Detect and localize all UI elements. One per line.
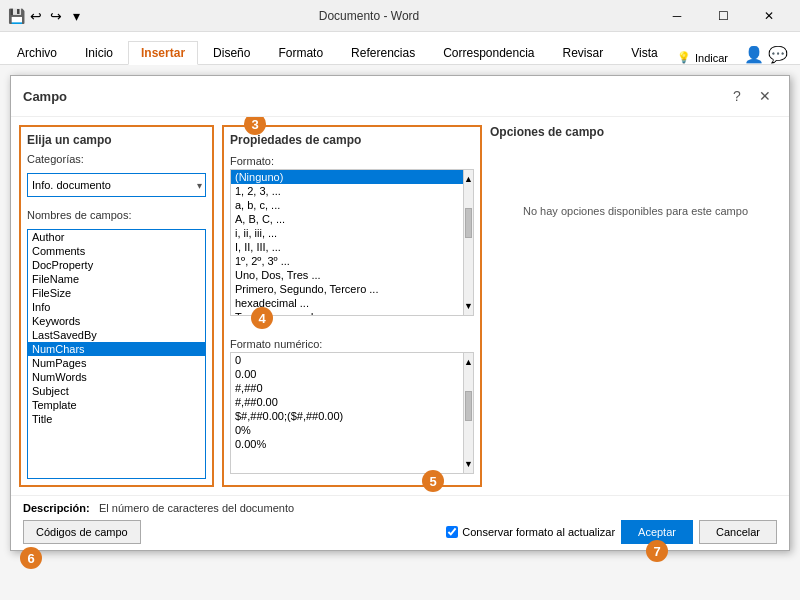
- action-buttons: Conservar formato al actualizar 7 Acepta…: [446, 520, 777, 544]
- tab-vista[interactable]: Vista: [618, 41, 670, 64]
- format-list-top[interactable]: (Ninguno) 1, 2, 3, ... a, b, c, ... A, B…: [231, 170, 463, 315]
- list-item[interactable]: Template: [28, 398, 205, 412]
- format-label: Formato:: [230, 155, 474, 167]
- list-item[interactable]: Title: [28, 412, 205, 426]
- description-label: Descripción:: [23, 502, 93, 514]
- indicator-section[interactable]: 💡 Indicar: [677, 51, 736, 64]
- format-item[interactable]: 1, 2, 3, ...: [231, 184, 463, 198]
- codes-field-button[interactable]: Códigos de campo: [23, 520, 141, 544]
- title-bar-title: Documento - Word: [84, 9, 654, 23]
- list-item[interactable]: DocProperty: [28, 258, 205, 272]
- format-top-scrollbar[interactable]: ▲ ▼: [463, 170, 473, 315]
- list-item[interactable]: LastSavedBy: [28, 328, 205, 342]
- format-list-container-top: 4 (Ninguno) 1, 2, 3, ... a, b, c, ... A,…: [230, 169, 474, 316]
- numeric-format-item[interactable]: 0.00%: [231, 437, 463, 451]
- format-item[interactable]: Primero, Segundo, Tercero ...: [231, 282, 463, 296]
- format-list-container-bottom: 0 0.00 #,##0 #,##0.00 $#,##0.00;($#,##0.…: [230, 352, 474, 474]
- cancel-button[interactable]: Cancelar: [699, 520, 777, 544]
- numeric-format-item[interactable]: 0%: [231, 423, 463, 437]
- tab-diseno[interactable]: Diseño: [200, 41, 263, 64]
- no-options-message: No hay opciones disponibles para este ca…: [490, 203, 781, 220]
- tab-archivo[interactable]: Archivo: [4, 41, 70, 64]
- indicator-label: Indicar: [695, 52, 728, 64]
- list-item[interactable]: Keywords: [28, 314, 205, 328]
- dialog-bottom: Descripción: El número de caracteres del…: [11, 495, 789, 550]
- list-item-numchars[interactable]: NumChars: [28, 342, 205, 356]
- tab-referencias[interactable]: Referencias: [338, 41, 428, 64]
- list-item[interactable]: Subject: [28, 384, 205, 398]
- format-item-ninguno[interactable]: (Ninguno): [231, 170, 463, 184]
- list-item[interactable]: Comments: [28, 244, 205, 258]
- quick-access-more-icon[interactable]: ▾: [68, 8, 84, 24]
- restore-button[interactable]: ☐: [700, 0, 746, 32]
- title-bar-icons: 💾 ↩ ↪ ▾: [8, 8, 84, 24]
- list-item[interactable]: FileSize: [28, 286, 205, 300]
- category-select-container: Info. documento ▾: [27, 173, 206, 197]
- left-panel: Elija un campo Categorías: Info. documen…: [19, 125, 214, 487]
- dialog-title-buttons: ? ✕: [725, 84, 777, 108]
- conservar-label: Conservar formato al actualizar: [462, 526, 615, 538]
- left-panel-title: Elija un campo: [27, 133, 206, 147]
- list-item[interactable]: Info: [28, 300, 205, 314]
- tab-correspondencia[interactable]: Correspondencia: [430, 41, 547, 64]
- list-item[interactable]: NumWords: [28, 370, 205, 384]
- category-select[interactable]: Info. documento: [27, 173, 206, 197]
- tab-insertar[interactable]: Insertar: [128, 41, 198, 65]
- format-section-top: Formato: 4 (Ninguno) 1, 2, 3, ... a, b, …: [230, 155, 474, 316]
- format-section-bottom: Formato numérico: 0 0.00 #,##0 #,##0.00 …: [230, 338, 474, 474]
- list-item[interactable]: Author: [28, 230, 205, 244]
- numeric-format-item[interactable]: 0: [231, 353, 463, 367]
- badge-4: 4: [251, 307, 273, 329]
- list-item[interactable]: NumPages: [28, 356, 205, 370]
- description-text: El número de caracteres del documento: [99, 502, 294, 514]
- undo-icon[interactable]: ↩: [28, 8, 44, 24]
- format-bottom-scrollbar[interactable]: ▲ ▼: [463, 353, 473, 473]
- badge-7: 7: [646, 540, 668, 562]
- right-panel-title: Opciones de campo: [490, 125, 781, 139]
- format-item[interactable]: 1º, 2º, 3º ...: [231, 254, 463, 268]
- field-names-list[interactable]: Author Comments DocProperty FileName Fil…: [27, 229, 206, 479]
- button-row: Códigos de campo Conservar formato al ac…: [23, 520, 777, 544]
- save-icon[interactable]: 💾: [8, 8, 24, 24]
- conservar-checkbox-row: Conservar formato al actualizar: [446, 526, 615, 538]
- format-item[interactable]: A, B, C, ...: [231, 212, 463, 226]
- format-item[interactable]: a, b, c, ...: [231, 198, 463, 212]
- comment-icon[interactable]: 💬: [768, 45, 788, 64]
- list-item[interactable]: FileName: [28, 272, 205, 286]
- ribbon: Archivo Inicio Insertar Diseño Formato R…: [0, 32, 800, 65]
- dialog-close-button[interactable]: ✕: [753, 84, 777, 108]
- format-item[interactable]: i, ii, iii, ...: [231, 226, 463, 240]
- dialog-area: Campo ? ✕ Elija un campo Categorías: Inf…: [0, 65, 800, 600]
- tab-inicio[interactable]: Inicio: [72, 41, 126, 64]
- campo-dialog: Campo ? ✕ Elija un campo Categorías: Inf…: [10, 75, 790, 551]
- badge-5: 5: [422, 470, 444, 492]
- title-bar: 💾 ↩ ↪ ▾ Documento - Word ─ ☐ ✕: [0, 0, 800, 32]
- format-list-bottom[interactable]: 0 0.00 #,##0 #,##0.00 $#,##0.00;($#,##0.…: [231, 353, 463, 473]
- numeric-format-item[interactable]: $#,##0.00;($#,##0.00): [231, 409, 463, 423]
- numeric-format-item[interactable]: #,##0: [231, 381, 463, 395]
- close-window-button[interactable]: ✕: [746, 0, 792, 32]
- numeric-format-item[interactable]: 0.00: [231, 367, 463, 381]
- ribbon-tabs: Archivo Inicio Insertar Diseño Formato R…: [0, 32, 800, 64]
- format-item[interactable]: I, II, III, ...: [231, 240, 463, 254]
- minimize-button[interactable]: ─: [654, 0, 700, 32]
- tab-formato[interactable]: Formato: [265, 41, 336, 64]
- format-item[interactable]: Uno, Dos, Tres ...: [231, 268, 463, 282]
- middle-panel-title: Propiedades de campo: [230, 133, 474, 147]
- dialog-help-button[interactable]: ?: [725, 84, 749, 108]
- middle-panel: 3 Propiedades de campo Formato: 4 (Ningu…: [222, 125, 482, 487]
- numeric-format-item[interactable]: #,##0.00: [231, 395, 463, 409]
- conservar-checkbox[interactable]: [446, 526, 458, 538]
- right-panel: Opciones de campo No hay opciones dispon…: [490, 125, 781, 487]
- user-icons: 👤 💬: [736, 45, 796, 64]
- title-bar-controls: ─ ☐ ✕: [654, 0, 792, 32]
- category-label: Categorías:: [27, 153, 206, 165]
- redo-icon[interactable]: ↪: [48, 8, 64, 24]
- dialog-title: Campo: [23, 89, 67, 104]
- dialog-content: Elija un campo Categorías: Info. documen…: [11, 117, 789, 495]
- dialog-title-bar: Campo ? ✕: [11, 76, 789, 117]
- description-row: Descripción: El número de caracteres del…: [23, 502, 777, 514]
- numeric-format-label: Formato numérico:: [230, 338, 474, 350]
- tab-revisar[interactable]: Revisar: [550, 41, 617, 64]
- user-icon[interactable]: 👤: [744, 45, 764, 64]
